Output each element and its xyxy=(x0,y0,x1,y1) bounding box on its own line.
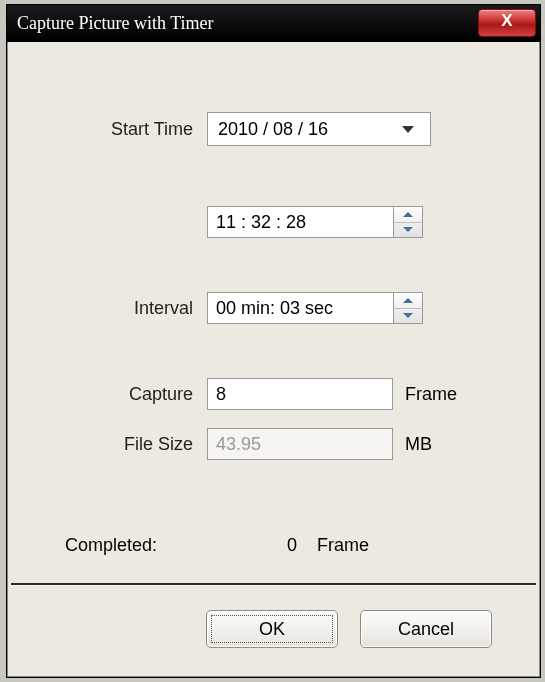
cancel-button[interactable]: Cancel xyxy=(360,610,492,648)
completed-unit: Frame xyxy=(317,535,369,556)
close-button[interactable]: X xyxy=(478,9,536,37)
button-bar: OK Cancel xyxy=(206,610,492,648)
capture-unit: Frame xyxy=(405,384,457,405)
ok-button[interactable]: OK xyxy=(206,610,338,648)
separator xyxy=(11,583,536,586)
dialog-body: Start Time 2010 / 08 / 16 xyxy=(7,42,540,678)
interval-input[interactable] xyxy=(207,292,393,324)
start-date-dropdown[interactable]: 2010 / 08 / 16 xyxy=(207,112,431,146)
window-title: Capture Picture with Timer xyxy=(17,13,214,34)
row-filesize: File Size MB xyxy=(7,428,540,460)
arrow-up-icon xyxy=(403,298,413,303)
close-icon: X xyxy=(501,11,512,30)
label-interval: Interval xyxy=(65,298,207,319)
label-completed: Completed: xyxy=(65,535,207,556)
start-date-value: 2010 / 08 / 16 xyxy=(218,119,328,140)
interval-spinner xyxy=(393,292,423,324)
cancel-button-label: Cancel xyxy=(398,619,454,640)
arrow-down-icon xyxy=(403,227,413,232)
interval-spin-up[interactable] xyxy=(394,293,422,309)
row-start-date: Start Time 2010 / 08 / 16 xyxy=(7,112,540,146)
field-capture: Frame xyxy=(207,378,457,410)
time-spin-down[interactable] xyxy=(394,223,422,238)
title-bar: Capture Picture with Timer X xyxy=(7,5,540,42)
label-capture: Capture xyxy=(65,384,207,405)
chevron-down-icon xyxy=(402,126,414,133)
field-interval xyxy=(207,292,423,324)
filesize-unit: MB xyxy=(405,434,432,455)
row-completed: Completed: 0 Frame xyxy=(7,535,540,556)
row-capture: Capture Frame xyxy=(7,378,540,410)
arrow-down-icon xyxy=(403,313,413,318)
form-area: Start Time 2010 / 08 / 16 xyxy=(7,42,540,460)
field-filesize: MB xyxy=(207,428,432,460)
dialog-window: Capture Picture with Timer X Start Time … xyxy=(6,4,541,678)
time-spinner xyxy=(393,206,423,238)
start-time-input[interactable] xyxy=(207,206,393,238)
completed-count: 0 xyxy=(207,535,317,556)
capture-input[interactable] xyxy=(207,378,393,410)
field-start-time xyxy=(207,206,423,238)
row-start-time xyxy=(7,206,540,238)
filesize-output xyxy=(207,428,393,460)
time-spin-up[interactable] xyxy=(394,207,422,223)
label-start-time: Start Time xyxy=(65,119,207,140)
interval-spin-down[interactable] xyxy=(394,309,422,324)
field-start-date: 2010 / 08 / 16 xyxy=(207,112,431,146)
ok-button-label: OK xyxy=(259,619,285,640)
arrow-up-icon xyxy=(403,212,413,217)
label-filesize: File Size xyxy=(65,434,207,455)
row-interval: Interval xyxy=(7,292,540,324)
